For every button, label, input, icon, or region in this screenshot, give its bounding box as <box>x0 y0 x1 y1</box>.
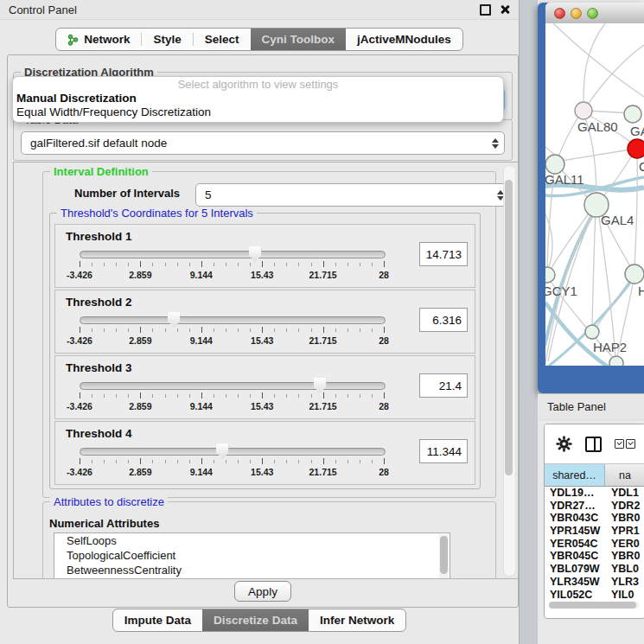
network-node-gal11[interactable] <box>545 155 564 174</box>
network-edge[interactable] <box>601 156 632 200</box>
network-node-c[interactable] <box>628 139 644 158</box>
slider-track[interactable] <box>80 251 386 258</box>
popup-placeholder: Select algorithm to view settings <box>13 78 503 92</box>
tab-label: Cyni Toolbox <box>262 33 335 46</box>
network-node-gal80[interactable] <box>575 102 592 119</box>
top-tabstrip: Network Style Select Cyni Toolbox jActiv… <box>55 28 463 51</box>
threshold-value[interactable]: 11.344 <box>419 439 468 463</box>
threshold-value[interactable]: 21.4 <box>419 373 468 398</box>
table-header-row: shared… na <box>545 463 644 487</box>
slider-thumb[interactable] <box>314 378 327 393</box>
tab-jactivemnodules[interactable]: jActiveMNodules <box>346 29 462 50</box>
node-label: GAL80 <box>577 119 618 134</box>
combobox-value: 5 <box>205 188 497 201</box>
threshold-box: Threshold 3 -3.4262.8599.14415.4321.7152… <box>54 355 475 419</box>
mac-zoom-icon[interactable] <box>587 8 598 19</box>
threshold-rows: Threshold 1 -3.4262.8599.14415.4321.7152… <box>54 224 475 485</box>
tab-style[interactable]: Style <box>142 29 192 50</box>
gear-icon[interactable] <box>556 436 572 452</box>
slider-tick-labels: -3.4262.8599.14415.4321.71528 <box>80 401 384 411</box>
network-edge[interactable] <box>598 211 615 357</box>
column-header-name[interactable]: na <box>605 464 644 486</box>
table-data-combobox[interactable]: galFiltered.sif default node <box>21 131 505 155</box>
network-canvas[interactable]: GAL80GACGAL11GAL4GCY1HHAP2 <box>545 23 644 366</box>
slider-tick-labels: -3.4262.8599.14415.4321.71528 <box>80 467 384 477</box>
threshold-box: Threshold 1 -3.4262.8599.14415.4321.7152… <box>54 224 475 288</box>
numerical-attributes-list: SelfLoopsTopologicalCoefficientBetweenne… <box>54 532 450 579</box>
tab-cyni-toolbox[interactable]: Cyni Toolbox <box>251 29 347 50</box>
threshold-slider[interactable]: -3.4262.8599.14415.4321.71528 <box>80 382 384 411</box>
tab-discretize-data[interactable]: Discretize Data <box>202 609 309 631</box>
popup-option-manual-discretization[interactable]: Manual Discretization <box>13 92 503 105</box>
threshold-value[interactable]: 14.713 <box>419 242 468 266</box>
column-header-shared[interactable]: shared… <box>545 464 605 486</box>
node-label: GAL11 <box>545 172 584 187</box>
network-edge[interactable] <box>553 23 644 97</box>
slider-track[interactable] <box>80 382 386 390</box>
node-label: GAL4 <box>601 213 634 227</box>
table-panel-title: Table Panel <box>547 400 606 413</box>
threshold-box: Threshold 4 -3.4262.8599.14415.4321.7152… <box>54 421 475 485</box>
network-edge[interactable] <box>583 23 605 104</box>
attributes-list-scrollbar[interactable] <box>439 534 449 579</box>
attribute-list-item[interactable]: TopologicalCoefficient <box>54 548 450 563</box>
network-edge[interactable] <box>634 155 637 267</box>
slider-thumb[interactable] <box>168 312 181 328</box>
apply-button[interactable]: Apply <box>234 581 291 602</box>
threshold-value[interactable]: 6.316 <box>419 308 468 332</box>
group-title: Attributes to discretize <box>50 495 168 508</box>
tab-network[interactable]: Network <box>56 29 141 50</box>
table-row[interactable]: YBR045CYBR0 <box>545 550 644 563</box>
settings-vertical-scrollbar[interactable] <box>503 165 516 577</box>
close-icon[interactable] <box>500 4 510 15</box>
table-data-group: Table Data galFiltered.sif default node <box>13 119 513 161</box>
float-window-icon[interactable] <box>480 4 491 16</box>
columns-icon[interactable] <box>585 437 602 452</box>
cyni-toolbox-panel: Discretization Algorithm Select algorith… <box>7 54 519 608</box>
slider-track[interactable] <box>80 448 386 456</box>
stepper-icon <box>492 138 499 149</box>
table-row[interactable]: YER054CYER0 <box>545 538 644 551</box>
tab-select[interactable]: Select <box>194 29 251 50</box>
slider-thumb[interactable] <box>249 246 262 262</box>
table-panel-header: Table Panel <box>538 393 644 420</box>
network-edge[interactable] <box>592 211 596 326</box>
popup-option-equal-width-frequency[interactable]: Equal Width/Frequency Discretization <box>13 105 503 119</box>
threshold-slider[interactable]: -3.4262.8599.14415.4321.71528 <box>80 251 384 280</box>
attribute-list-item[interactable]: SelfLoops <box>54 533 450 548</box>
table-row[interactable]: YPR145WYPR1 <box>545 525 644 538</box>
threshold-label: Threshold 1 <box>66 230 132 243</box>
network-node[interactable] <box>609 356 623 366</box>
table-row[interactable]: YBL079WYBL0 <box>545 563 644 576</box>
network-view-window: GAL80GACGAL11GAL4GCY1HHAP2 <box>538 3 644 393</box>
table-row[interactable]: YDL19…YDL1 <box>545 487 644 500</box>
network-window-titlebar <box>545 3 644 24</box>
table-horizontal-scrollbar[interactable] <box>549 602 639 609</box>
table-row[interactable]: YLR345WYLR3 <box>545 576 644 589</box>
number-of-intervals-combobox[interactable]: 5 <box>195 183 510 207</box>
network-edge[interactable] <box>545 214 552 269</box>
table-row[interactable]: YDR27…YDR2 <box>545 500 644 513</box>
slider-track[interactable] <box>80 316 386 324</box>
network-node-hap2[interactable] <box>585 325 599 339</box>
network-node-h[interactable] <box>625 265 644 284</box>
combobox-value: galFiltered.sif default node <box>30 137 492 150</box>
slider-thumb[interactable] <box>216 443 229 459</box>
threshold-slider[interactable]: -3.4262.8599.14415.4321.71528 <box>80 448 384 477</box>
table-row[interactable]: YBR043CYBR0 <box>545 512 644 525</box>
panel-title: Control Panel <box>9 3 77 16</box>
network-node-ga[interactable] <box>624 105 641 123</box>
tab-infer-network[interactable]: Infer Network <box>309 609 405 631</box>
checkbox-pair-icon[interactable] <box>615 439 635 449</box>
table-row[interactable]: YIL052CYIL0 <box>545 589 644 601</box>
tab-impute-data[interactable]: Impute Data <box>113 609 202 631</box>
network-node-gcy1[interactable] <box>545 267 555 283</box>
attribute-list-item[interactable]: BetweennessCentrality <box>54 563 450 577</box>
mac-minimize-icon[interactable] <box>571 8 582 19</box>
attributes-list-items: SelfLoopsTopologicalCoefficientBetweenne… <box>54 533 450 577</box>
control-panel: Control Panel Network <box>0 0 520 644</box>
table-panel: shared… na YDL19…YDL1YDR27…YDR2YBR043CYB… <box>544 424 644 619</box>
threshold-slider[interactable]: -3.4262.8599.14415.4321.71528 <box>80 316 384 346</box>
mac-close-icon[interactable] <box>554 8 565 19</box>
network-edge[interactable] <box>561 150 630 161</box>
